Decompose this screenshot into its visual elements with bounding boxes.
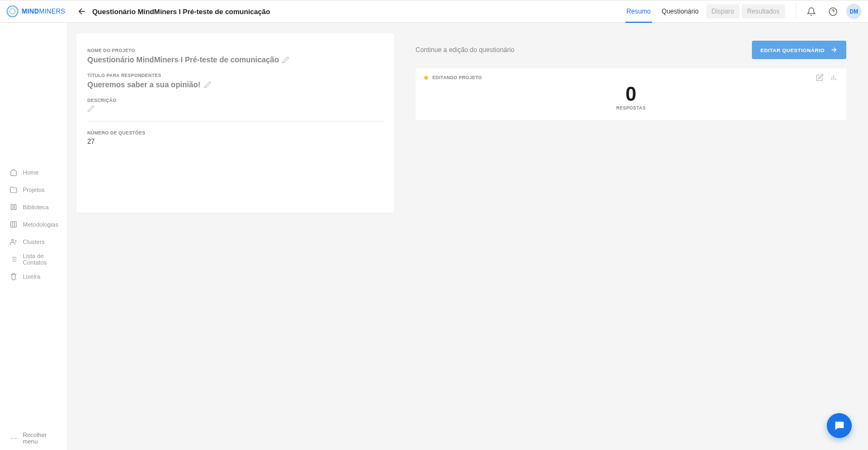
board-icon	[10, 221, 17, 228]
svg-rect-1	[11, 222, 17, 228]
sidebar-label: Lixeira	[23, 273, 40, 280]
sidebar-item-biblioteca[interactable]: Biblioteca	[0, 198, 67, 216]
question-count-value: 27	[87, 138, 383, 145]
bell-icon	[807, 7, 816, 16]
status-card: EDITANDO PROJETO 0 RESPOSTAS	[416, 68, 846, 120]
chat-bubble-icon	[833, 420, 845, 432]
respondent-title-label: TÍTULO PARA RESPONDENTES	[87, 73, 383, 78]
brand-thin: MINERS	[39, 8, 65, 15]
edit-respondent-title-button[interactable]	[204, 81, 211, 88]
folder-icon	[10, 186, 17, 194]
sidebar-item-home[interactable]: Home	[0, 164, 67, 181]
divider	[87, 121, 383, 121]
continue-edit-prompt: Continue a edição do questionário	[416, 46, 514, 54]
logo-mark-icon	[7, 5, 18, 17]
arrow-left-icon	[77, 7, 87, 16]
pencil-icon	[87, 105, 94, 112]
user-avatar[interactable]: DM	[846, 4, 861, 19]
tab-resumo[interactable]: Resumo	[621, 0, 656, 23]
home-icon	[10, 169, 17, 176]
header-bar: MINDMINERS Questionário MindMiners I Pré…	[0, 0, 868, 23]
sidebar-label: Home	[23, 169, 39, 176]
tab-resultados: Resultados	[742, 4, 785, 18]
help-circle-icon	[828, 7, 838, 16]
page-title: Questionário MindMiners I Pré-teste de c…	[92, 8, 270, 16]
svg-point-2	[12, 239, 14, 241]
library-icon	[10, 203, 17, 211]
tab-disparo: Disparo	[706, 4, 739, 18]
right-column: Continue a edição do questionário EDITAR…	[416, 34, 846, 439]
sidebar-item-metodologias[interactable]: Metodologias	[0, 216, 67, 233]
help-button[interactable]	[825, 3, 841, 20]
bar-chart-icon	[830, 74, 838, 81]
tab-label: Disparo	[712, 8, 734, 15]
sidebar-item-projetos[interactable]: Projetos	[0, 181, 67, 198]
brand-bold: MIND	[22, 8, 39, 15]
trash-icon	[10, 273, 17, 280]
arrow-right-icon	[830, 46, 838, 54]
svg-point-0	[829, 8, 837, 15]
main-tabs: Resumo Questionário Disparo Resultados	[621, 0, 785, 23]
edit-status-button[interactable]	[816, 74, 824, 81]
collapse-sidebar-button[interactable]: →← Recolher menu	[0, 426, 67, 450]
sidebar-label: Lista de Contatos	[23, 253, 57, 266]
users-icon	[10, 238, 17, 246]
respondent-title-value: Queremos saber a sua opinião!	[87, 80, 201, 89]
sidebar-item-clusters[interactable]: Clusters	[0, 233, 67, 250]
notifications-button[interactable]	[803, 3, 819, 20]
project-name-value: Questionário MindMiners I Pré-teste de c…	[87, 55, 279, 64]
brand-name: MINDMINERS	[22, 8, 65, 15]
back-button[interactable]	[74, 3, 90, 20]
edit-questionnaire-button[interactable]: EDITAR QUESTIONÁRIO	[752, 41, 846, 59]
header-actions: DM	[796, 3, 861, 20]
responses-label: RESPOSTAS	[424, 105, 838, 111]
stats-button[interactable]	[830, 74, 838, 81]
tab-questionario[interactable]: Questionário	[656, 0, 704, 23]
sidebar-item-contatos[interactable]: Lista de Contatos	[0, 250, 67, 268]
pencil-icon	[282, 56, 289, 63]
responses-count: 0	[424, 85, 838, 104]
avatar-initials: DM	[850, 9, 858, 15]
main-content: NOME DO PROJETO Questionário MindMiners …	[67, 23, 868, 450]
sidebar: Home Projetos Biblioteca Metodologias Cl…	[0, 23, 67, 450]
sidebar-label: Projetos	[23, 187, 44, 193]
brand-logo[interactable]: MINDMINERS	[7, 5, 77, 17]
tab-label: Resumo	[627, 8, 651, 15]
pencil-icon	[204, 81, 211, 88]
edit-square-icon	[816, 74, 824, 81]
sidebar-label: Clusters	[23, 239, 44, 245]
edit-project-name-button[interactable]	[282, 56, 289, 63]
tab-label: Resultados	[747, 8, 780, 15]
list-icon	[10, 255, 17, 263]
status-dot-icon	[424, 76, 428, 80]
collapse-label: Recolher menu	[23, 432, 58, 445]
sidebar-label: Biblioteca	[23, 204, 49, 210]
chat-fab-button[interactable]	[827, 413, 852, 438]
tab-label: Questionário	[662, 8, 699, 15]
description-label: DESCRIÇÃO	[87, 98, 383, 103]
project-info-card: NOME DO PROJETO Questionário MindMiners …	[76, 34, 394, 213]
button-label: EDITAR QUESTIONÁRIO	[761, 47, 825, 53]
question-count-label: NÚMERO DE QUESTÕES	[87, 130, 383, 136]
sidebar-label: Metodologias	[23, 221, 58, 228]
edit-description-button[interactable]	[87, 105, 94, 112]
collapse-icon: →←	[9, 435, 18, 441]
sidebar-item-lixeira[interactable]: Lixeira	[0, 268, 67, 285]
project-name-label: NOME DO PROJETO	[87, 48, 383, 53]
status-text: EDITANDO PROJETO	[432, 75, 482, 80]
